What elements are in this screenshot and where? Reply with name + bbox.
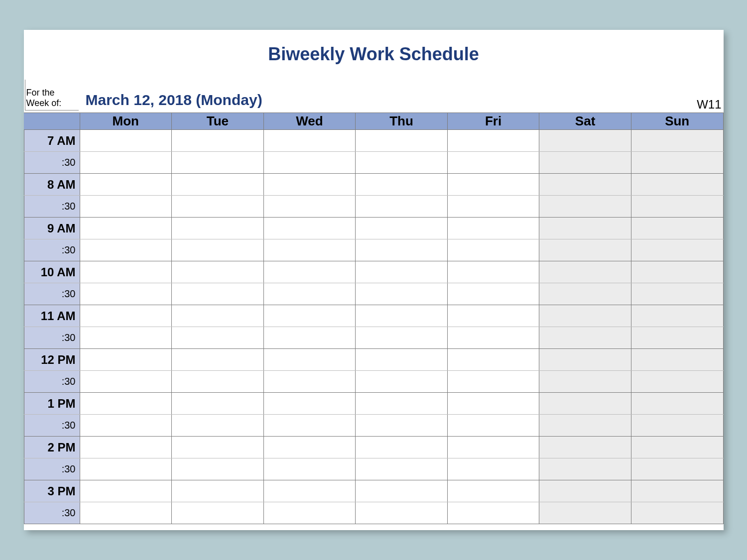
schedule-cell[interactable] (356, 196, 448, 218)
schedule-cell[interactable] (263, 130, 356, 152)
schedule-cell[interactable] (356, 174, 448, 196)
schedule-cell[interactable] (539, 239, 631, 261)
schedule-cell[interactable] (539, 261, 631, 283)
schedule-cell[interactable] (80, 305, 172, 327)
schedule-cell[interactable] (172, 261, 264, 283)
schedule-cell[interactable] (356, 152, 448, 174)
schedule-cell[interactable] (172, 174, 264, 196)
schedule-cell[interactable] (447, 218, 539, 239)
schedule-cell[interactable] (263, 393, 356, 415)
schedule-cell[interactable] (356, 283, 448, 305)
schedule-cell[interactable] (80, 327, 172, 349)
schedule-cell[interactable] (80, 371, 172, 393)
schedule-cell[interactable] (356, 349, 448, 371)
schedule-cell[interactable] (80, 261, 172, 283)
schedule-cell[interactable] (539, 218, 631, 239)
schedule-cell[interactable] (263, 218, 356, 239)
schedule-cell[interactable] (539, 415, 631, 437)
schedule-cell[interactable] (631, 415, 723, 437)
schedule-cell[interactable] (80, 174, 172, 196)
schedule-cell[interactable] (447, 174, 539, 196)
schedule-cell[interactable] (539, 458, 631, 480)
schedule-cell[interactable] (447, 349, 539, 371)
schedule-cell[interactable] (80, 218, 172, 239)
schedule-cell[interactable] (172, 458, 264, 480)
schedule-cell[interactable] (356, 415, 448, 437)
schedule-cell[interactable] (631, 218, 723, 239)
schedule-cell[interactable] (539, 130, 631, 152)
schedule-cell[interactable] (263, 349, 356, 371)
schedule-cell[interactable] (447, 502, 539, 524)
schedule-cell[interactable] (356, 305, 448, 327)
schedule-cell[interactable] (631, 371, 723, 393)
schedule-cell[interactable] (447, 437, 539, 458)
schedule-cell[interactable] (631, 437, 723, 458)
schedule-cell[interactable] (447, 152, 539, 174)
schedule-cell[interactable] (356, 130, 448, 152)
schedule-cell[interactable] (172, 130, 264, 152)
schedule-cell[interactable] (447, 371, 539, 393)
schedule-cell[interactable] (539, 349, 631, 371)
schedule-cell[interactable] (263, 152, 356, 174)
schedule-cell[interactable] (447, 458, 539, 480)
schedule-cell[interactable] (447, 261, 539, 283)
schedule-cell[interactable] (539, 174, 631, 196)
schedule-cell[interactable] (263, 196, 356, 218)
schedule-cell[interactable] (80, 480, 172, 502)
schedule-cell[interactable] (631, 261, 723, 283)
schedule-cell[interactable] (80, 393, 172, 415)
schedule-cell[interactable] (356, 218, 448, 239)
schedule-cell[interactable] (539, 371, 631, 393)
schedule-cell[interactable] (80, 239, 172, 261)
schedule-cell[interactable] (539, 327, 631, 349)
schedule-cell[interactable] (80, 196, 172, 218)
schedule-cell[interactable] (631, 480, 723, 502)
schedule-cell[interactable] (539, 196, 631, 218)
schedule-cell[interactable] (263, 458, 356, 480)
schedule-cell[interactable] (356, 393, 448, 415)
schedule-cell[interactable] (263, 239, 356, 261)
schedule-cell[interactable] (263, 371, 356, 393)
schedule-cell[interactable] (447, 480, 539, 502)
schedule-cell[interactable] (263, 327, 356, 349)
schedule-cell[interactable] (80, 437, 172, 458)
schedule-cell[interactable] (80, 152, 172, 174)
schedule-cell[interactable] (631, 349, 723, 371)
schedule-cell[interactable] (356, 437, 448, 458)
schedule-cell[interactable] (356, 502, 448, 524)
schedule-cell[interactable] (80, 283, 172, 305)
schedule-cell[interactable] (447, 283, 539, 305)
schedule-cell[interactable] (631, 458, 723, 480)
schedule-cell[interactable] (356, 480, 448, 502)
schedule-cell[interactable] (539, 283, 631, 305)
schedule-cell[interactable] (447, 327, 539, 349)
schedule-cell[interactable] (263, 305, 356, 327)
schedule-cell[interactable] (172, 327, 264, 349)
schedule-cell[interactable] (172, 218, 264, 239)
schedule-cell[interactable] (631, 174, 723, 196)
schedule-cell[interactable] (356, 239, 448, 261)
schedule-cell[interactable] (356, 458, 448, 480)
schedule-cell[interactable] (80, 502, 172, 524)
schedule-cell[interactable] (539, 437, 631, 458)
schedule-cell[interactable] (172, 283, 264, 305)
schedule-cell[interactable] (447, 305, 539, 327)
schedule-cell[interactable] (631, 393, 723, 415)
schedule-cell[interactable] (631, 327, 723, 349)
schedule-cell[interactable] (447, 415, 539, 437)
schedule-cell[interactable] (172, 502, 264, 524)
schedule-cell[interactable] (172, 196, 264, 218)
schedule-cell[interactable] (172, 349, 264, 371)
schedule-cell[interactable] (172, 152, 264, 174)
schedule-cell[interactable] (447, 239, 539, 261)
schedule-cell[interactable] (172, 371, 264, 393)
schedule-cell[interactable] (172, 437, 264, 458)
schedule-cell[interactable] (539, 152, 631, 174)
schedule-cell[interactable] (539, 480, 631, 502)
schedule-cell[interactable] (172, 239, 264, 261)
schedule-cell[interactable] (80, 349, 172, 371)
schedule-cell[interactable] (539, 502, 631, 524)
schedule-cell[interactable] (263, 480, 356, 502)
schedule-cell[interactable] (356, 327, 448, 349)
schedule-cell[interactable] (631, 502, 723, 524)
